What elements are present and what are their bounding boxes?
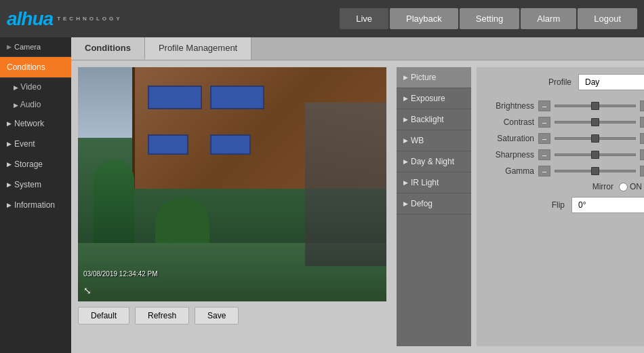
saturation-minus[interactable]: – — [538, 133, 550, 144]
sharpness-minus[interactable]: – — [538, 149, 550, 160]
sidebar-item-network[interactable]: ▶ Network — [0, 113, 71, 134]
tab-profile-management[interactable]: Profile Management — [145, 37, 251, 60]
event-arrow: ▶ — [7, 141, 12, 147]
gamma-plus[interactable]: + — [640, 166, 644, 176]
header: alhua TECHNOLOGY Live Playback Setting A… — [0, 0, 644, 37]
sidebar-item-event[interactable]: ▶ Event — [0, 134, 71, 154]
sidebar-item-system[interactable]: ▶ System — [0, 174, 71, 195]
settings-item-backlight[interactable]: ▶ Backlight — [397, 109, 471, 130]
gamma-thumb[interactable] — [591, 167, 599, 175]
saturation-plus[interactable]: + — [640, 133, 644, 144]
gamma-track[interactable] — [555, 170, 636, 172]
brightness-thumb[interactable] — [591, 102, 599, 110]
contrast-minus[interactable]: – — [538, 117, 550, 128]
contrast-plus[interactable]: + — [640, 117, 644, 128]
fence — [305, 103, 386, 267]
window-2 — [210, 86, 264, 109]
defog-arrow: ▶ — [403, 200, 408, 207]
saturation-track[interactable] — [555, 137, 636, 140]
brightness-track[interactable] — [555, 105, 636, 107]
sharpness-label: Sharpness — [487, 150, 534, 160]
tab-bar: Conditions Profile Management — [71, 37, 644, 60]
irlight-arrow: ▶ — [403, 179, 408, 186]
system-arrow: ▶ — [7, 181, 12, 188]
brightness-plus[interactable]: + — [640, 100, 644, 111]
settings-controls: Profile Day Night Normal Brightness – — [477, 67, 644, 346]
saturation-label: Saturation — [487, 134, 534, 143]
exposure-arrow: ▶ — [403, 95, 408, 102]
sidebar-camera-label: Camera — [14, 43, 41, 51]
sharpness-track[interactable] — [555, 153, 636, 156]
information-arrow: ▶ — [7, 202, 12, 208]
window-4 — [210, 134, 251, 155]
saturation-thumb[interactable] — [591, 134, 599, 143]
settings-item-exposure[interactable]: ▶ Exposure — [397, 88, 471, 109]
gamma-row: Gamma – + 50 — [487, 166, 644, 176]
mirror-on-radio[interactable] — [619, 183, 628, 191]
brightness-row: Brightness – + 50 — [487, 100, 644, 111]
nav-alarm[interactable]: Alarm — [521, 8, 576, 29]
video-arrow: ▶ — [14, 84, 18, 91]
settings-item-defog[interactable]: ▶ Defog — [397, 193, 471, 215]
nav-logout[interactable]: Logout — [578, 8, 637, 29]
main-content: Conditions Profile Management — [71, 37, 644, 353]
picture-arrow: ▶ — [403, 74, 408, 81]
logo: alhua TECHNOLOGY — [7, 8, 123, 30]
video-panel: 03/08/2019 12:34:42 PM ⤡ Default Refresh… — [78, 67, 390, 346]
sharpness-thumb[interactable] — [591, 151, 599, 159]
contrast-thumb[interactable] — [591, 118, 599, 126]
sidebar-camera-arrow: ▶ — [7, 43, 12, 50]
sidebar: ▶ Camera Conditions ▶ Video ▶ Audio ▶ Ne… — [0, 37, 71, 353]
sidebar-item-information[interactable]: ▶ Information — [0, 195, 71, 215]
brightness-label: Brightness — [487, 101, 534, 111]
contrast-row: Contrast – + 50 — [487, 117, 644, 128]
sidebar-item-audio[interactable]: ▶ Audio — [0, 96, 71, 113]
tree-1 — [94, 160, 134, 255]
nav-playback[interactable]: Playback — [390, 8, 458, 29]
tab-conditions[interactable]: Conditions — [71, 37, 145, 60]
fullscreen-icon[interactable]: ⤡ — [83, 285, 92, 296]
video-feed: 03/08/2019 12:34:42 PM ⤡ — [78, 67, 386, 301]
settings-item-ir-light[interactable]: ▶ IR Light — [397, 172, 471, 193]
save-button[interactable]: Save — [195, 307, 239, 324]
flip-row: Flip 0° 90° 180° 270° — [487, 197, 644, 213]
refresh-button[interactable]: Refresh — [135, 307, 189, 324]
nav-setting[interactable]: Setting — [460, 8, 519, 29]
sidebar-item-storage[interactable]: ▶ Storage — [0, 154, 71, 174]
mirror-label: Mirror — [566, 182, 613, 191]
video-timestamp: 03/08/2019 12:34:42 PM — [83, 270, 158, 278]
sharpness-row: Sharpness – + 50 — [487, 149, 644, 160]
settings-item-wb[interactable]: ▶ WB — [397, 130, 471, 151]
wb-arrow: ▶ — [403, 137, 408, 144]
flip-label: Flip — [517, 200, 565, 210]
profile-select[interactable]: Day Night Normal — [578, 74, 644, 90]
mirror-on-option[interactable]: ON — [619, 182, 642, 191]
sidebar-item-conditions[interactable]: Conditions — [0, 57, 71, 78]
settings-item-day-night[interactable]: ▶ Day & Night — [397, 151, 471, 172]
backlight-arrow: ▶ — [403, 116, 408, 123]
window-1 — [148, 86, 202, 109]
storage-arrow: ▶ — [7, 161, 12, 168]
network-arrow: ▶ — [7, 120, 12, 127]
video-controls: Default Refresh Save — [78, 307, 390, 324]
flip-select[interactable]: 0° 90° 180° 270° — [571, 197, 644, 213]
contrast-track[interactable] — [555, 121, 636, 124]
audio-arrow: ▶ — [14, 102, 18, 109]
settings-item-picture[interactable]: ▶ Picture — [397, 67, 471, 88]
content-area: 03/08/2019 12:34:42 PM ⤡ Default Refresh… — [71, 60, 644, 353]
daynight-arrow: ▶ — [403, 158, 408, 165]
nav-tabs: Live Playback Setting Alarm Logout — [340, 8, 637, 29]
mirror-radio-group: ON OFF — [619, 182, 644, 191]
profile-row: Profile Day Night Normal — [487, 74, 644, 90]
default-button[interactable]: Default — [78, 307, 129, 324]
gamma-label: Gamma — [487, 166, 534, 176]
gamma-minus[interactable]: – — [538, 166, 550, 176]
settings-panel: ▶ Picture ▶ Exposure ▶ Backlight ▶ WB — [397, 67, 644, 346]
saturation-row: Saturation – + 50 — [487, 133, 644, 144]
sidebar-item-video[interactable]: ▶ Video — [0, 78, 71, 96]
window-3 — [148, 134, 188, 155]
brightness-minus[interactable]: – — [538, 100, 550, 111]
sharpness-plus[interactable]: + — [640, 149, 644, 160]
layout: ▶ Camera Conditions ▶ Video ▶ Audio ▶ Ne… — [0, 37, 644, 353]
nav-live[interactable]: Live — [340, 8, 388, 29]
